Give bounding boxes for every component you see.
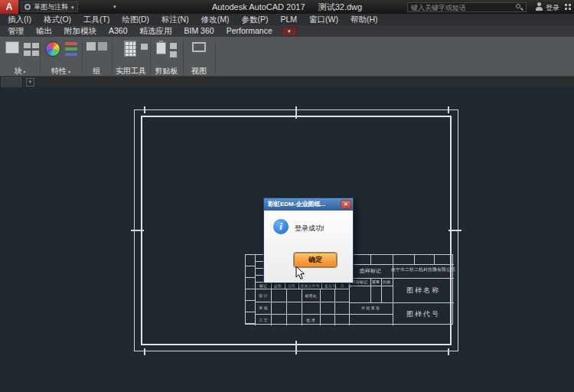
insert-block-icon[interactable] [5, 41, 19, 54]
grid-line [414, 255, 415, 264]
corner-tick [448, 348, 449, 355]
menu-insert[interactable]: 插入(I) [2, 14, 38, 25]
tab-a360[interactable]: A360 [103, 25, 134, 37]
tab-featured-apps[interactable]: 精选应用 [134, 25, 178, 37]
menu-parametric[interactable]: 参数(P) [235, 14, 274, 25]
menu-dimension[interactable]: 标注(N) [155, 14, 195, 25]
signin-button[interactable]: 登录 [546, 3, 559, 13]
panel-view-text: 视图 [191, 67, 207, 75]
paste-clipboard-icon[interactable] [156, 42, 166, 54]
ungroup-icon[interactable] [98, 42, 107, 51]
tb-drawing-name: 图样名称 [406, 286, 440, 295]
panel-utilities-text: 实用工具 [116, 67, 146, 75]
info-icon: i [273, 219, 289, 234]
view-base-icon[interactable] [192, 42, 206, 52]
tb-weight-label: 重量 [372, 279, 380, 284]
grid-line [302, 289, 302, 325]
lineweight-strip-icon[interactable] [65, 53, 77, 56]
new-drawing-tab-button[interactable]: + [26, 78, 34, 87]
menu-format[interactable]: 格式(O) [38, 14, 77, 25]
tb-header-docno: 更改文件号 [301, 283, 320, 288]
copy-icon[interactable] [170, 43, 177, 49]
grid-line [349, 278, 454, 279]
block-define-icon[interactable] [32, 43, 39, 48]
close-icon[interactable]: ✕ [341, 200, 351, 209]
dialog-title: 彩虹EDM-企业图纸... [264, 198, 353, 211]
measure-icon[interactable] [141, 44, 148, 50]
help-search-box [407, 2, 527, 12]
menu-tools[interactable]: 工具(T) [77, 14, 116, 25]
tb-drawing-code: 图样代号 [406, 310, 440, 318]
menu-modify[interactable]: 修改(M) [195, 14, 236, 25]
tb-stage-mark: 图样标记 [360, 268, 381, 274]
color-red-strip-icon[interactable] [65, 42, 77, 45]
tab-output[interactable]: 输出 [30, 25, 58, 37]
group-icon[interactable] [86, 42, 96, 51]
app-title: Autodesk AutoCAD 2017 [212, 2, 305, 11]
block-edit-icon[interactable] [24, 43, 31, 48]
chevron-down-icon: ▾ [68, 70, 70, 74]
menu-draw[interactable]: 绘图(D) [116, 14, 156, 25]
tb-stage-label: 阶段标记 [352, 279, 367, 284]
ribbon-tab-bar: 管理 输出 附加模块 A360 精选应用 BIM 360 Performance… [0, 25, 574, 37]
panel-label-clipboard[interactable]: 剪贴板 [150, 66, 183, 76]
ribbon-panels: 块▾ 特性▾ 组 实用工具 剪贴板 [0, 37, 574, 77]
grid-line [381, 278, 382, 302]
grid-line [370, 278, 371, 302]
file-tab[interactable] [2, 77, 21, 87]
tb-header-mark: 标记 [259, 283, 267, 288]
panel-label-view[interactable]: 视图 [183, 66, 215, 76]
center-tick [448, 230, 461, 231]
menu-window[interactable]: 窗口(W) [303, 14, 344, 25]
grid-line [370, 255, 371, 264]
registration-column [246, 255, 256, 325]
drawing-area[interactable]: 标记 处数 分区 更改文件号 签名 年、月、日 设 计 审 核 工 艺 标准化 … [0, 87, 574, 392]
cut-icon[interactable] [170, 51, 177, 57]
document-title: 测试32.dwg [318, 2, 362, 11]
panel-group-text: 组 [93, 67, 101, 75]
linetype-strip-icon[interactable] [65, 47, 77, 51]
tb-design-label: 设 计 [259, 293, 267, 298]
panel-label-properties[interactable]: 特性▾ [40, 66, 82, 76]
user-icon-head [537, 2, 541, 6]
grid-line [320, 289, 321, 325]
grid-line [349, 264, 454, 265]
panel-label-block[interactable]: 块▾ [0, 66, 40, 76]
tb-header-sign: 签名 [325, 283, 332, 288]
tb-approve-label: 批 准 [306, 318, 315, 322]
calculator-icon[interactable] [124, 41, 136, 57]
panel-label-group[interactable]: 组 [82, 66, 112, 76]
corner-tick [144, 106, 145, 113]
grid-line [349, 314, 393, 315]
block-attribute-icon[interactable] [24, 51, 31, 56]
apps-grid-icon[interactable] [565, 4, 567, 6]
tab-addins[interactable]: 附加模块 [58, 25, 103, 37]
login-result-dialog: 彩虹EDM-企业图纸... ✕ i 登录成功! 确定 [263, 198, 354, 283]
center-tick [131, 230, 144, 231]
grid-line [271, 289, 272, 325]
panel-block-text: 块 [14, 67, 21, 75]
dialog-body: i 登录成功! 确定 [264, 211, 353, 283]
dialog-message: 登录成功! [295, 224, 325, 234]
mouse-cursor [295, 266, 305, 283]
menu-plm[interactable]: PLM [274, 14, 303, 25]
ribbon-options-button[interactable]: ▾ [282, 27, 297, 36]
panel-label-utilities[interactable]: 实用工具 [112, 66, 150, 76]
tab-manage[interactable]: 管理 [2, 25, 30, 37]
center-tick [295, 106, 297, 119]
grid-line [334, 289, 335, 325]
block-sync-icon[interactable] [32, 51, 39, 56]
search-icon[interactable] [515, 3, 524, 11]
tab-performance[interactable]: Performance [220, 25, 279, 37]
menu-bar: 插入(I) 格式(O) 工具(T) 绘图(D) 标注(N) 修改(M) 参数(P… [0, 14, 574, 25]
search-input[interactable] [408, 4, 515, 11]
tb-sheet-label: 共 张 第 张 [361, 305, 380, 310]
tb-review-label: 审 核 [259, 305, 267, 310]
corner-tick [144, 348, 145, 355]
color-wheel-icon[interactable] [45, 41, 60, 57]
center-tick [295, 341, 297, 354]
file-tab-bar: + [0, 77, 574, 87]
user-icon[interactable] [535, 2, 543, 11]
menu-help[interactable]: 帮助(H) [344, 14, 384, 25]
tab-bim360[interactable]: BIM 360 [178, 25, 220, 37]
